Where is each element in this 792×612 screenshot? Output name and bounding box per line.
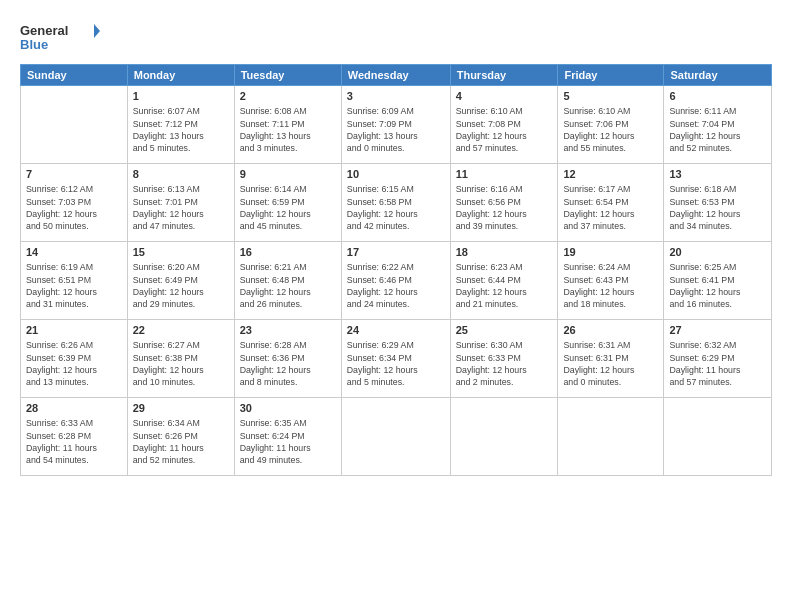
- calendar-cell: 13Sunrise: 6:18 AM Sunset: 6:53 PM Dayli…: [664, 164, 772, 242]
- calendar-cell: 4Sunrise: 6:10 AM Sunset: 7:08 PM Daylig…: [450, 86, 558, 164]
- day-info: Sunrise: 6:23 AM Sunset: 6:44 PM Dayligh…: [456, 261, 553, 310]
- weekday-header-saturday: Saturday: [664, 65, 772, 86]
- calendar-cell: 21Sunrise: 6:26 AM Sunset: 6:39 PM Dayli…: [21, 320, 128, 398]
- day-info: Sunrise: 6:07 AM Sunset: 7:12 PM Dayligh…: [133, 105, 229, 154]
- week-row-1: 1Sunrise: 6:07 AM Sunset: 7:12 PM Daylig…: [21, 86, 772, 164]
- day-info: Sunrise: 6:34 AM Sunset: 6:26 PM Dayligh…: [133, 417, 229, 466]
- day-number: 9: [240, 167, 336, 182]
- calendar-cell: 16Sunrise: 6:21 AM Sunset: 6:48 PM Dayli…: [234, 242, 341, 320]
- day-info: Sunrise: 6:18 AM Sunset: 6:53 PM Dayligh…: [669, 183, 766, 232]
- day-number: 6: [669, 89, 766, 104]
- calendar-cell: [341, 398, 450, 476]
- calendar-cell: 30Sunrise: 6:35 AM Sunset: 6:24 PM Dayli…: [234, 398, 341, 476]
- day-number: 11: [456, 167, 553, 182]
- week-row-5: 28Sunrise: 6:33 AM Sunset: 6:28 PM Dayli…: [21, 398, 772, 476]
- calendar-cell: 27Sunrise: 6:32 AM Sunset: 6:29 PM Dayli…: [664, 320, 772, 398]
- calendar-cell: 9Sunrise: 6:14 AM Sunset: 6:59 PM Daylig…: [234, 164, 341, 242]
- weekday-header-thursday: Thursday: [450, 65, 558, 86]
- calendar-cell: 24Sunrise: 6:29 AM Sunset: 6:34 PM Dayli…: [341, 320, 450, 398]
- day-number: 19: [563, 245, 658, 260]
- day-info: Sunrise: 6:30 AM Sunset: 6:33 PM Dayligh…: [456, 339, 553, 388]
- logo: General Blue: [20, 18, 100, 54]
- weekday-header-tuesday: Tuesday: [234, 65, 341, 86]
- day-info: Sunrise: 6:32 AM Sunset: 6:29 PM Dayligh…: [669, 339, 766, 388]
- svg-marker-2: [94, 24, 100, 38]
- calendar-cell: 5Sunrise: 6:10 AM Sunset: 7:06 PM Daylig…: [558, 86, 664, 164]
- day-number: 25: [456, 323, 553, 338]
- calendar-cell: 2Sunrise: 6:08 AM Sunset: 7:11 PM Daylig…: [234, 86, 341, 164]
- calendar-cell: 15Sunrise: 6:20 AM Sunset: 6:49 PM Dayli…: [127, 242, 234, 320]
- day-number: 29: [133, 401, 229, 416]
- day-number: 13: [669, 167, 766, 182]
- day-number: 10: [347, 167, 445, 182]
- calendar-cell: 10Sunrise: 6:15 AM Sunset: 6:58 PM Dayli…: [341, 164, 450, 242]
- day-number: 12: [563, 167, 658, 182]
- day-number: 23: [240, 323, 336, 338]
- calendar-cell: [21, 86, 128, 164]
- day-number: 2: [240, 89, 336, 104]
- day-info: Sunrise: 6:21 AM Sunset: 6:48 PM Dayligh…: [240, 261, 336, 310]
- svg-text:Blue: Blue: [20, 37, 48, 52]
- day-info: Sunrise: 6:15 AM Sunset: 6:58 PM Dayligh…: [347, 183, 445, 232]
- weekday-header-sunday: Sunday: [21, 65, 128, 86]
- day-info: Sunrise: 6:29 AM Sunset: 6:34 PM Dayligh…: [347, 339, 445, 388]
- week-row-2: 7Sunrise: 6:12 AM Sunset: 7:03 PM Daylig…: [21, 164, 772, 242]
- day-number: 18: [456, 245, 553, 260]
- calendar-cell: 23Sunrise: 6:28 AM Sunset: 6:36 PM Dayli…: [234, 320, 341, 398]
- day-number: 7: [26, 167, 122, 182]
- day-info: Sunrise: 6:22 AM Sunset: 6:46 PM Dayligh…: [347, 261, 445, 310]
- day-info: Sunrise: 6:25 AM Sunset: 6:41 PM Dayligh…: [669, 261, 766, 310]
- calendar-cell: 1Sunrise: 6:07 AM Sunset: 7:12 PM Daylig…: [127, 86, 234, 164]
- calendar-cell: 19Sunrise: 6:24 AM Sunset: 6:43 PM Dayli…: [558, 242, 664, 320]
- day-info: Sunrise: 6:24 AM Sunset: 6:43 PM Dayligh…: [563, 261, 658, 310]
- day-number: 22: [133, 323, 229, 338]
- logo-icon: General Blue: [20, 18, 100, 54]
- day-info: Sunrise: 6:35 AM Sunset: 6:24 PM Dayligh…: [240, 417, 336, 466]
- calendar-cell: 25Sunrise: 6:30 AM Sunset: 6:33 PM Dayli…: [450, 320, 558, 398]
- calendar-cell: 28Sunrise: 6:33 AM Sunset: 6:28 PM Dayli…: [21, 398, 128, 476]
- week-row-3: 14Sunrise: 6:19 AM Sunset: 6:51 PM Dayli…: [21, 242, 772, 320]
- calendar-cell: 20Sunrise: 6:25 AM Sunset: 6:41 PM Dayli…: [664, 242, 772, 320]
- day-number: 4: [456, 89, 553, 104]
- header: General Blue: [20, 18, 772, 54]
- calendar-table: SundayMondayTuesdayWednesdayThursdayFrid…: [20, 64, 772, 476]
- calendar-cell: 6Sunrise: 6:11 AM Sunset: 7:04 PM Daylig…: [664, 86, 772, 164]
- day-number: 5: [563, 89, 658, 104]
- logo-svg: General Blue: [20, 18, 100, 54]
- calendar-cell: 8Sunrise: 6:13 AM Sunset: 7:01 PM Daylig…: [127, 164, 234, 242]
- day-info: Sunrise: 6:13 AM Sunset: 7:01 PM Dayligh…: [133, 183, 229, 232]
- calendar-cell: 29Sunrise: 6:34 AM Sunset: 6:26 PM Dayli…: [127, 398, 234, 476]
- day-number: 27: [669, 323, 766, 338]
- calendar-cell: 18Sunrise: 6:23 AM Sunset: 6:44 PM Dayli…: [450, 242, 558, 320]
- weekday-header-monday: Monday: [127, 65, 234, 86]
- day-info: Sunrise: 6:19 AM Sunset: 6:51 PM Dayligh…: [26, 261, 122, 310]
- calendar-cell: 17Sunrise: 6:22 AM Sunset: 6:46 PM Dayli…: [341, 242, 450, 320]
- day-info: Sunrise: 6:10 AM Sunset: 7:08 PM Dayligh…: [456, 105, 553, 154]
- calendar-cell: 26Sunrise: 6:31 AM Sunset: 6:31 PM Dayli…: [558, 320, 664, 398]
- day-number: 14: [26, 245, 122, 260]
- calendar-cell: [558, 398, 664, 476]
- day-info: Sunrise: 6:33 AM Sunset: 6:28 PM Dayligh…: [26, 417, 122, 466]
- day-number: 8: [133, 167, 229, 182]
- day-number: 28: [26, 401, 122, 416]
- calendar-cell: 14Sunrise: 6:19 AM Sunset: 6:51 PM Dayli…: [21, 242, 128, 320]
- day-number: 16: [240, 245, 336, 260]
- calendar-cell: [664, 398, 772, 476]
- weekday-header-row: SundayMondayTuesdayWednesdayThursdayFrid…: [21, 65, 772, 86]
- calendar-cell: [450, 398, 558, 476]
- day-info: Sunrise: 6:27 AM Sunset: 6:38 PM Dayligh…: [133, 339, 229, 388]
- day-info: Sunrise: 6:31 AM Sunset: 6:31 PM Dayligh…: [563, 339, 658, 388]
- day-info: Sunrise: 6:17 AM Sunset: 6:54 PM Dayligh…: [563, 183, 658, 232]
- week-row-4: 21Sunrise: 6:26 AM Sunset: 6:39 PM Dayli…: [21, 320, 772, 398]
- calendar-cell: 22Sunrise: 6:27 AM Sunset: 6:38 PM Dayli…: [127, 320, 234, 398]
- day-number: 24: [347, 323, 445, 338]
- day-number: 20: [669, 245, 766, 260]
- calendar-cell: 3Sunrise: 6:09 AM Sunset: 7:09 PM Daylig…: [341, 86, 450, 164]
- day-number: 30: [240, 401, 336, 416]
- day-number: 17: [347, 245, 445, 260]
- day-info: Sunrise: 6:14 AM Sunset: 6:59 PM Dayligh…: [240, 183, 336, 232]
- calendar-cell: 11Sunrise: 6:16 AM Sunset: 6:56 PM Dayli…: [450, 164, 558, 242]
- day-info: Sunrise: 6:16 AM Sunset: 6:56 PM Dayligh…: [456, 183, 553, 232]
- day-info: Sunrise: 6:08 AM Sunset: 7:11 PM Dayligh…: [240, 105, 336, 154]
- day-info: Sunrise: 6:20 AM Sunset: 6:49 PM Dayligh…: [133, 261, 229, 310]
